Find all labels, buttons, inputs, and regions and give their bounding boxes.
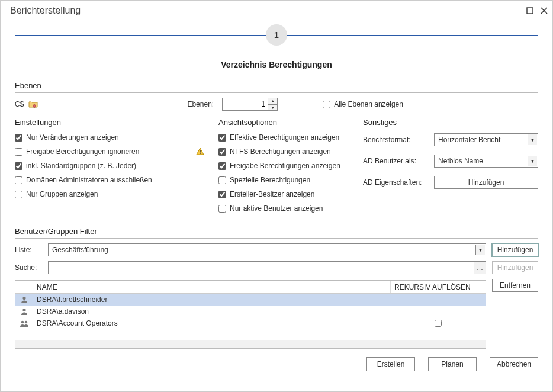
warning-icon (196, 147, 204, 156)
close-icon[interactable] (541, 7, 548, 14)
settings-checkbox-1[interactable] (15, 148, 22, 156)
viewopt-label-5: Nur aktive Benutzer anzeigen (230, 204, 323, 213)
schedule-button[interactable]: Planen (428, 357, 477, 371)
folder-share-icon (28, 100, 38, 108)
recursive-checkbox[interactable] (435, 320, 442, 327)
ad-user-value: Netbios Name (438, 157, 483, 165)
viewopt-item-1[interactable]: NTFS Berechtigungen anzeigen (218, 147, 349, 156)
chevron-down-icon: ▼ (528, 156, 537, 166)
viewopt-checkbox-0[interactable] (218, 134, 226, 142)
svg-point-1 (33, 105, 36, 108)
viewopt-checkbox-3[interactable] (218, 176, 226, 184)
titlebar: Berichterstellung (1, 1, 552, 20)
filter-table[interactable]: NAME REKURSIV AUFLÖSEN DSRA\f.brettschne… (15, 280, 486, 349)
filter-search-input[interactable] (49, 262, 474, 274)
spinner-up-icon[interactable]: ▲ (268, 98, 277, 105)
viewopt-checkbox-5[interactable] (218, 205, 226, 213)
share-name: C$ (15, 100, 24, 108)
viewopt-label-3: Spezielle Berechtigungen (230, 176, 310, 184)
viewopts-title: Ansichtsoptionen (218, 118, 349, 127)
settings-checkbox-4[interactable] (15, 191, 22, 198)
ad-props-add-button[interactable]: Hinzufügen (434, 176, 538, 189)
chevron-down-icon: ▼ (475, 245, 485, 255)
table-row[interactable]: DSRA\a.davison (15, 306, 486, 317)
settings-item-2[interactable]: inkl. Standardgruppen (z. B. Jeder) (15, 162, 204, 170)
levels-label: Ebenen: (187, 100, 214, 108)
settings-item-1[interactable]: Freigabe Berechtigungen ignorieren (15, 147, 204, 156)
settings-checkbox-2[interactable] (15, 162, 22, 170)
user-icon (15, 295, 33, 304)
svg-point-4 (22, 297, 25, 300)
settings-title: Einstellungen (15, 118, 204, 127)
filter-remove-button[interactable]: Entfernen (492, 279, 538, 292)
levels-input[interactable] (223, 98, 268, 110)
report-format-label: Berichtsformat: (363, 136, 428, 144)
page-title: Verzeichnis Berechtigungen (15, 60, 538, 69)
filter-search-label: Suche: (15, 264, 42, 272)
levels-section-label: Ebenen (15, 81, 538, 90)
viewopt-item-4[interactable]: Ersteller-Besitzer anzeigen (218, 190, 349, 198)
settings-label-4: Nur Gruppen anzeigen (26, 190, 98, 198)
settings-item-0[interactable]: Nur Veränderungen anzeigen (15, 133, 204, 142)
settings-label-0: Nur Veränderungen anzeigen (26, 133, 119, 142)
table-row[interactable]: DSRA\f.brettschneider (15, 294, 486, 306)
show-all-levels-input[interactable] (323, 101, 330, 108)
filter-section-label: Benutzer/Gruppen Filter (15, 227, 538, 236)
share-chip: C$ (15, 100, 38, 108)
settings-item-4[interactable]: Nur Gruppen anzeigen (15, 190, 204, 198)
row-name: DSRA\f.brettschneider (33, 295, 391, 304)
svg-point-7 (25, 321, 28, 324)
group-icon (15, 319, 33, 327)
filter-list-label: Liste: (15, 246, 42, 254)
misc-title: Sonstiges (363, 118, 538, 127)
svg-rect-0 (527, 8, 533, 14)
filter-search-add-button: Hinzufügen (492, 261, 538, 274)
window-title: Berichterstellung (10, 5, 81, 16)
viewopt-item-3[interactable]: Spezielle Berechtigungen (218, 176, 349, 184)
levels-spinner[interactable]: ▲ ▼ (222, 98, 278, 111)
ad-user-label: AD Benutzer als: (363, 157, 428, 165)
filter-list-select[interactable]: Geschäftsführung ▼ (48, 243, 486, 256)
settings-label-3: Domänen Administratoren ausschließen (26, 176, 152, 184)
report-format-value: Horizontaler Bericht (438, 136, 500, 144)
show-all-levels-checkbox[interactable]: Alle Ebenen anzeigen (323, 100, 403, 108)
report-format-select[interactable]: Horizontaler Bericht ▼ (434, 133, 538, 146)
ad-user-select[interactable]: Netbios Name ▼ (434, 155, 538, 168)
spinner-down-icon[interactable]: ▼ (268, 105, 277, 111)
svg-rect-3 (200, 153, 200, 154)
settings-item-3[interactable]: Domänen Administratoren ausschließen (15, 176, 204, 184)
svg-point-5 (22, 309, 25, 311)
browse-button[interactable]: … (474, 262, 486, 274)
viewopt-item-0[interactable]: Effektive Berechtigungen anzeigen (218, 133, 349, 142)
filter-list-value: Geschäftsführung (52, 246, 108, 254)
settings-checkbox-3[interactable] (15, 176, 22, 184)
step-1: 1 (266, 24, 287, 46)
viewopt-label-1: NTFS Berechtigungen anzeigen (230, 147, 331, 156)
viewopt-item-2[interactable]: Freigabe Berechtigungen anzeigen (218, 162, 349, 170)
viewopt-label-4: Ersteller-Besitzer anzeigen (230, 190, 314, 198)
ad-props-label: AD Eigenschaften: (363, 178, 428, 187)
viewopt-label-0: Effektive Berechtigungen anzeigen (230, 133, 339, 142)
svg-point-6 (21, 321, 24, 324)
report-dialog: Berichterstellung 1 Verzeichnis Berechti… (0, 0, 553, 392)
cancel-button[interactable]: Abbrechen (490, 357, 538, 371)
chevron-down-icon: ▼ (528, 134, 537, 145)
viewopt-checkbox-2[interactable] (218, 162, 226, 170)
viewopt-checkbox-1[interactable] (218, 148, 226, 156)
show-all-levels-label: Alle Ebenen anzeigen (334, 100, 403, 108)
viewopt-label-2: Freigabe Berechtigungen anzeigen (230, 162, 340, 170)
stepper: 1 (15, 21, 538, 49)
settings-label-2: inkl. Standardgruppen (z. B. Jeder) (26, 162, 136, 170)
maximize-icon[interactable] (526, 7, 533, 14)
viewopt-checkbox-4[interactable] (218, 191, 226, 198)
create-button[interactable]: Erstellen (366, 357, 415, 371)
settings-checkbox-0[interactable] (15, 134, 22, 142)
column-header-name[interactable]: NAME (33, 281, 391, 293)
filter-list-add-button[interactable]: Hinzufügen (492, 243, 538, 256)
horizontal-scrollbar[interactable] (15, 340, 486, 348)
filter-search-input-wrap: … (48, 261, 486, 274)
table-row[interactable]: DSRA\Account Operators (15, 317, 486, 329)
row-name: DSRA\Account Operators (33, 319, 391, 327)
column-header-recursive[interactable]: REKURSIV AUFLÖSEN (391, 281, 486, 293)
viewopt-item-5[interactable]: Nur aktive Benutzer anzeigen (218, 204, 349, 213)
